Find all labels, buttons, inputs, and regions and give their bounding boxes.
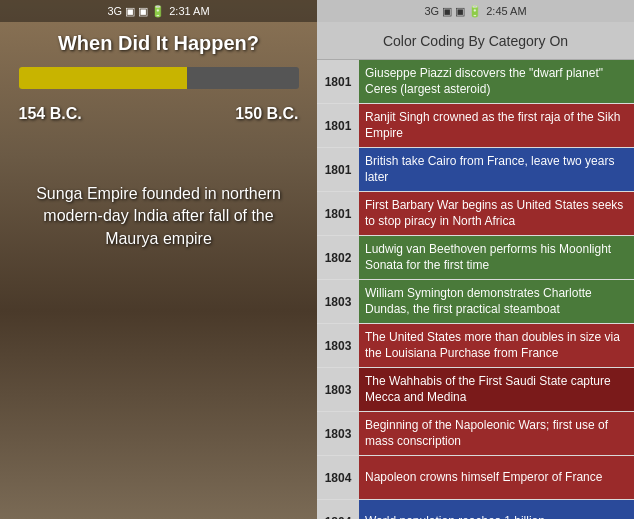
list-item[interactable]: 1804Napoleon crowns himself Emperor of F… xyxy=(317,456,634,500)
page-title: When Did It Happen? xyxy=(58,32,259,55)
event-text: The United States more than doubles in s… xyxy=(359,324,634,367)
event-text: British take Cairo from France, leave tw… xyxy=(359,148,634,191)
event-text: Napoleon crowns himself Emperor of Franc… xyxy=(359,456,634,499)
event-text: World population reaches 1 billion xyxy=(359,500,634,519)
right-status-icons: 3G ▣ ▣ 🔋 xyxy=(424,5,482,18)
event-text: Giuseppe Piazzi discovers the "dwarf pla… xyxy=(359,60,634,103)
progress-bar-container xyxy=(19,67,299,89)
event-year: 1801 xyxy=(317,148,359,191)
list-item[interactable]: 1801Ranjit Singh crowned as the first ra… xyxy=(317,104,634,148)
events-list[interactable]: 1801Giuseppe Piazzi discovers the "dwarf… xyxy=(317,60,634,519)
left-panel: 3G ▣ ▣ 🔋 2:31 AM When Did It Happen? 154… xyxy=(0,0,317,519)
date-right: 150 B.C. xyxy=(235,105,298,123)
list-item[interactable]: 1802Ludwig van Beethoven performs his Mo… xyxy=(317,236,634,280)
left-time: 2:31 AM xyxy=(169,5,209,17)
event-text: The Wahhabis of the First Saudi State ca… xyxy=(359,368,634,411)
event-description: Sunga Empire founded in northern modern-… xyxy=(10,183,307,250)
list-item[interactable]: 1803The United States more than doubles … xyxy=(317,324,634,368)
list-item[interactable]: 1803Beginning of the Napoleonic Wars; fi… xyxy=(317,412,634,456)
event-text: William Symington demonstrates Charlotte… xyxy=(359,280,634,323)
list-item[interactable]: 1801British take Cairo from France, leav… xyxy=(317,148,634,192)
event-year: 1803 xyxy=(317,368,359,411)
event-year: 1804 xyxy=(317,456,359,499)
date-left: 154 B.C. xyxy=(19,105,82,123)
progress-bar-fill xyxy=(19,67,187,89)
list-item[interactable]: 1803William Symington demonstrates Charl… xyxy=(317,280,634,324)
list-item[interactable]: 1803The Wahhabis of the First Saudi Stat… xyxy=(317,368,634,412)
list-item[interactable]: 1801First Barbary War begins as United S… xyxy=(317,192,634,236)
right-header-label: Color Coding By Category On xyxy=(383,33,568,49)
right-status-bar: 3G ▣ ▣ 🔋 2:45 AM xyxy=(317,0,634,22)
event-year: 1803 xyxy=(317,324,359,367)
left-status-icons: 3G ▣ ▣ 🔋 xyxy=(107,5,165,18)
event-year: 1803 xyxy=(317,280,359,323)
event-year: 1803 xyxy=(317,412,359,455)
event-year: 1801 xyxy=(317,104,359,147)
list-item[interactable]: 1804World population reaches 1 billion xyxy=(317,500,634,519)
left-status-bar: 3G ▣ ▣ 🔋 2:31 AM xyxy=(0,0,317,22)
event-text: Beginning of the Napoleonic Wars; first … xyxy=(359,412,634,455)
event-year: 1802 xyxy=(317,236,359,279)
event-text: Ranjit Singh crowned as the first raja o… xyxy=(359,104,634,147)
event-year: 1804 xyxy=(317,500,359,519)
event-year: 1801 xyxy=(317,60,359,103)
left-content: When Did It Happen? 154 B.C. 150 B.C. Su… xyxy=(0,22,317,270)
right-panel: 3G ▣ ▣ 🔋 2:45 AM Color Coding By Categor… xyxy=(317,0,634,519)
right-header: Color Coding By Category On xyxy=(317,22,634,60)
event-year: 1801 xyxy=(317,192,359,235)
right-time: 2:45 AM xyxy=(486,5,526,17)
list-item[interactable]: 1801Giuseppe Piazzi discovers the "dwarf… xyxy=(317,60,634,104)
event-text: Ludwig van Beethoven performs his Moonli… xyxy=(359,236,634,279)
date-labels: 154 B.C. 150 B.C. xyxy=(19,105,299,123)
event-text: First Barbary War begins as United State… xyxy=(359,192,634,235)
